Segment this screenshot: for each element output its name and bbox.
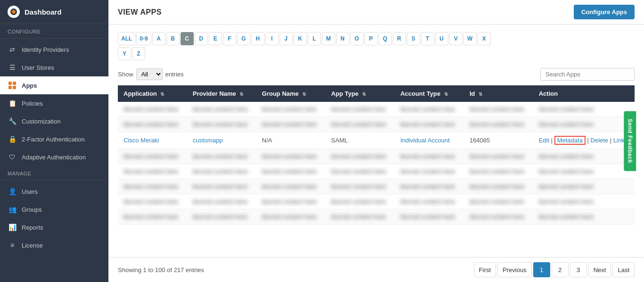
letter-btn-b[interactable]: B	[166, 32, 180, 45]
show-entries-select[interactable]: All102550100	[136, 68, 163, 80]
col-group-name[interactable]: Group Name ⇅	[256, 85, 326, 102]
letter-btn-n[interactable]: N	[336, 32, 349, 45]
letter-btn-x[interactable]: X	[478, 32, 491, 45]
sort-icon: ⇅	[302, 91, 306, 97]
cell-group: blurred content here	[256, 102, 326, 117]
sidebar-item-customization[interactable]: 🔧 Customization	[0, 112, 108, 130]
page-btn-last[interactable]: Last	[612, 262, 635, 277]
cell-id: blurred content here	[464, 117, 533, 132]
sidebar-item-apps[interactable]: Apps	[0, 76, 108, 94]
letter-btn-s[interactable]: S	[407, 32, 420, 45]
letter-btn-h[interactable]: H	[251, 32, 264, 45]
sort-icon: ⇅	[479, 91, 482, 97]
delete-link[interactable]: Delete	[591, 137, 609, 144]
letter-btn-all[interactable]: ALL	[118, 32, 135, 45]
letter-btn-d[interactable]: D	[195, 32, 208, 45]
page-btn-1[interactable]: 1	[533, 262, 550, 277]
cell-type: blurred content here	[325, 194, 395, 209]
cell-account[interactable]: Individual Account	[395, 132, 464, 149]
sidebar-item-user-stores[interactable]: ☰ User Stores	[0, 58, 108, 76]
cell-provider: blurred content here	[187, 179, 256, 194]
sidebar-item-groups[interactable]: 👥 Groups	[0, 200, 108, 218]
letter-btn-t[interactable]: T	[421, 32, 434, 45]
cell-provider: blurred content here	[187, 102, 256, 117]
table-row: blurred content hereblurred content here…	[118, 194, 635, 209]
cell-app: blurred content here	[118, 194, 187, 209]
cell-account: blurred content here	[395, 117, 464, 132]
col-account-type[interactable]: Account Type ⇅	[395, 85, 464, 102]
feedback-tab[interactable]: Send Feedback	[624, 111, 636, 171]
col-provider-name[interactable]: Provider Name ⇅	[187, 85, 256, 102]
letter-btn-y[interactable]: Y	[118, 47, 131, 60]
letter-btn-z[interactable]: Z	[132, 47, 145, 60]
sidebar-item-reports[interactable]: 📊 Reports	[0, 218, 108, 236]
reports-icon: 📊	[8, 223, 17, 232]
letter-btn-e[interactable]: E	[209, 32, 222, 45]
letter-btn-p[interactable]: P	[364, 32, 378, 45]
sidebar-item-adaptive-auth[interactable]: 🛡 Adaptive Authentication	[0, 148, 108, 166]
col-application[interactable]: Application ⇅	[118, 85, 187, 102]
letter-btn-o[interactable]: O	[350, 32, 363, 45]
sidebar-item-policies[interactable]: 📋 Policies	[0, 94, 108, 112]
search-input[interactable]	[540, 68, 635, 81]
license-icon: ≡	[8, 241, 17, 250]
cell-group: blurred content here	[256, 194, 326, 209]
configure-apps-button[interactable]: Configure Apps	[574, 5, 635, 19]
col-app-type[interactable]: App Type ⇅	[325, 85, 395, 102]
cell-id: 164085	[464, 132, 533, 149]
letter-filter: ALL0-9ABCDEFGHIJKLMNOPQRSTUVWXYZ	[118, 32, 635, 60]
provider-link[interactable]: customapp	[193, 137, 223, 144]
cell-account: blurred content here	[395, 164, 464, 179]
svg-rect-3	[13, 82, 16, 85]
letter-btn-w[interactable]: W	[463, 32, 477, 45]
cell-action: blurred content here	[533, 117, 635, 132]
2fa-icon: 🔒	[8, 134, 17, 144]
col-id[interactable]: Id ⇅	[464, 85, 533, 102]
table-row: blurred content hereblurred content here…	[118, 102, 635, 117]
metadata-link[interactable]: Metadata	[554, 136, 586, 145]
letter-btn-q[interactable]: Q	[379, 32, 392, 45]
page-btn-next[interactable]: Next	[588, 262, 611, 277]
cell-group: blurred content here	[256, 117, 326, 132]
letter-btn-g[interactable]: G	[237, 32, 250, 45]
letter-btn-a[interactable]: A	[152, 32, 165, 45]
sidebar-item-label: Groups	[22, 206, 42, 213]
letter-btn-l[interactable]: L	[308, 32, 321, 45]
table-controls: Show All102550100 entries	[118, 68, 635, 81]
page-btn-first[interactable]: First	[474, 262, 496, 277]
sidebar-item-license[interactable]: ≡ License	[0, 236, 108, 254]
sidebar-item-2fa[interactable]: 🔒 2-Factor Authentication	[0, 130, 108, 148]
letter-btn-c[interactable]: C	[181, 32, 194, 45]
cell-app[interactable]: Cisco Meraki	[118, 132, 187, 149]
col-action: Action	[533, 85, 635, 102]
page-btn-2[interactable]: 2	[552, 262, 569, 277]
letter-btn-j[interactable]: J	[280, 32, 293, 45]
link-link[interactable]: Link	[613, 137, 625, 144]
letter-btn-09[interactable]: 0-9	[136, 32, 151, 45]
sidebar-item-identity-providers[interactable]: ⇄ Identity Providers	[0, 41, 108, 58]
cell-provider[interactable]: customapp	[187, 132, 256, 149]
letter-btn-f[interactable]: F	[223, 32, 236, 45]
letter-btn-m[interactable]: M	[322, 32, 335, 45]
letter-btn-k[interactable]: K	[294, 32, 307, 45]
edit-link[interactable]: Edit	[539, 137, 549, 144]
show-entries: Show All102550100 entries	[118, 68, 184, 80]
sidebar-item-label: Customization	[22, 118, 60, 125]
app-link[interactable]: Cisco Meraki	[124, 137, 159, 144]
sort-icon: ⇅	[160, 91, 164, 97]
cell-account: blurred content here	[395, 149, 464, 164]
table-header-row: Application ⇅Provider Name ⇅Group Name ⇅…	[118, 85, 635, 102]
letter-btn-i[interactable]: I	[265, 32, 279, 45]
sidebar-logo[interactable]: Dashboard	[0, 0, 108, 24]
groups-icon: 👥	[8, 205, 17, 214]
page-btn-3[interactable]: 3	[570, 262, 587, 277]
letter-btn-u[interactable]: U	[435, 32, 448, 45]
account-link[interactable]: Individual Account	[400, 137, 450, 144]
configure-divider	[0, 38, 108, 39]
letter-btn-r[interactable]: R	[393, 32, 406, 45]
svg-rect-4	[8, 86, 12, 89]
cell-account: blurred content here	[395, 209, 464, 224]
page-btn-previous[interactable]: Previous	[497, 262, 532, 277]
letter-btn-v[interactable]: V	[449, 32, 462, 45]
sidebar-item-users[interactable]: 👤 Users	[0, 182, 108, 200]
